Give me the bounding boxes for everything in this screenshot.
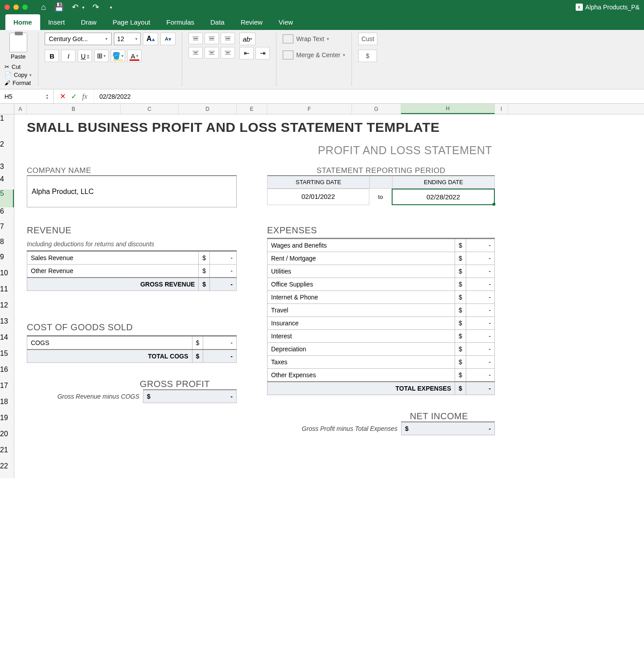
fx-icon[interactable]: fx	[82, 93, 88, 101]
qat-customize-icon[interactable]: ▾	[110, 5, 112, 10]
cell[interactable]: $	[455, 369, 466, 382]
row-header-19[interactable]: 19	[0, 414, 14, 430]
italic-button[interactable]: I	[61, 50, 75, 62]
cancel-icon[interactable]: ✕	[60, 92, 66, 101]
row-header-10[interactable]: 10	[0, 269, 14, 285]
sheet-content[interactable]: SMALL BUSINESS PROFIT AND LOSS STATEMENT…	[14, 114, 644, 478]
format-painter-button[interactable]: 🖌Format	[4, 80, 32, 86]
row-header-5[interactable]: 5	[0, 190, 14, 207]
col-header-h[interactable]: H	[401, 104, 495, 114]
cell[interactable]: Other Revenue	[27, 265, 199, 278]
undo-icon[interactable]: ↶	[72, 2, 79, 12]
align-left-button[interactable]	[188, 47, 203, 59]
cell[interactable]: Utilities	[268, 265, 455, 278]
align-center-button[interactable]	[205, 47, 219, 59]
name-box-spinners[interactable]: ▲▼	[46, 93, 49, 100]
tab-page-layout[interactable]: Page Layout	[105, 14, 158, 30]
cell[interactable]: -	[466, 239, 494, 252]
cell[interactable]: Interest	[268, 330, 455, 343]
row-header-17[interactable]: 17	[0, 382, 14, 398]
cell[interactable]: Internet & Phone	[268, 291, 455, 304]
ending-date-cell[interactable]: 02/28/2022	[392, 189, 495, 205]
company-name-cell[interactable]: Alpha Product, LLC	[27, 175, 237, 207]
paste-button[interactable]: Paste	[4, 33, 32, 60]
underline-button[interactable]: U▾	[78, 50, 92, 62]
tab-draw[interactable]: Draw	[73, 14, 105, 30]
row-header-22[interactable]: 22	[0, 462, 14, 478]
fullscreen-window-button[interactable]	[22, 4, 28, 10]
align-middle-button[interactable]	[205, 33, 219, 44]
tab-review[interactable]: Review	[233, 14, 271, 30]
currency-button[interactable]: $	[358, 50, 377, 62]
font-name-select[interactable]: Century Got...▾	[45, 33, 112, 45]
cell[interactable]: Other Expenses	[268, 369, 455, 382]
cell[interactable]: -	[466, 252, 494, 265]
starting-date-cell[interactable]: 02/01/2022	[267, 189, 369, 205]
undo-dropdown-icon[interactable]: ▾	[82, 5, 84, 10]
number-format-select[interactable]: Cust	[358, 33, 377, 45]
col-header-i[interactable]: I	[495, 104, 508, 114]
cell[interactable]: $	[455, 291, 466, 304]
increase-font-button[interactable]: A▴	[143, 33, 158, 45]
row-header-7[interactable]: 7	[0, 223, 14, 238]
font-size-select[interactable]: 12▾	[114, 33, 141, 45]
cell[interactable]: Travel	[268, 304, 455, 317]
align-bottom-button[interactable]	[221, 33, 235, 44]
row-header-11[interactable]: 11	[0, 285, 14, 301]
cell[interactable]: -	[466, 343, 494, 356]
decrease-indent-button[interactable]: ⇤	[239, 47, 254, 59]
row-header-4[interactable]: 4	[0, 175, 14, 190]
row-header-8[interactable]: 8	[0, 238, 14, 253]
align-top-button[interactable]	[188, 33, 203, 44]
cell[interactable]: Rent / Mortgage	[268, 252, 455, 265]
copy-dropdown-icon[interactable]: ▾	[29, 73, 32, 77]
row-header-1[interactable]: 1	[0, 114, 14, 140]
cell[interactable]: $	[199, 251, 210, 265]
cell[interactable]: $	[455, 252, 466, 265]
select-all-corner[interactable]	[0, 104, 14, 114]
tab-formulas[interactable]: Formulas	[158, 14, 202, 30]
tab-insert[interactable]: Insert	[40, 14, 73, 30]
cell[interactable]: $	[455, 356, 466, 369]
col-header-b[interactable]: B	[27, 104, 121, 114]
col-header-g[interactable]: G	[352, 104, 401, 114]
tab-data[interactable]: Data	[202, 14, 233, 30]
cell[interactable]: -	[210, 251, 237, 265]
align-right-button[interactable]	[221, 47, 235, 59]
cell[interactable]: Depreciation	[268, 343, 455, 356]
cell[interactable]: -	[466, 265, 494, 278]
cell[interactable]: $	[199, 265, 210, 278]
row-header-2[interactable]: 2	[0, 140, 14, 163]
cell[interactable]: Wages and Benefits	[268, 239, 455, 252]
cell[interactable]: -	[210, 265, 237, 278]
row-header-16[interactable]: 16	[0, 366, 14, 382]
border-button[interactable]: ⊞▾	[94, 50, 109, 62]
cell[interactable]: $	[455, 278, 466, 291]
col-header-d[interactable]: D	[179, 104, 237, 114]
cell[interactable]: $	[455, 317, 466, 330]
confirm-icon[interactable]: ✓	[71, 92, 77, 101]
cell[interactable]: -	[203, 336, 237, 350]
cell[interactable]: Taxes	[268, 356, 455, 369]
orientation-button[interactable]: ab▾	[239, 33, 255, 45]
font-color-button[interactable]: A▾	[127, 50, 142, 62]
row-header-12[interactable]: 12	[0, 301, 14, 317]
home-icon[interactable]: ⌂	[41, 3, 46, 12]
col-header-f[interactable]: F	[267, 104, 352, 114]
minimize-window-button[interactable]	[13, 4, 19, 10]
row-header-15[interactable]: 15	[0, 350, 14, 366]
cell[interactable]: -	[466, 304, 494, 317]
row-header-20[interactable]: 20	[0, 430, 14, 446]
merge-center-button[interactable]: Merge & Center▾	[283, 49, 345, 61]
cell[interactable]: $	[455, 239, 466, 252]
save-icon[interactable]: 💾	[54, 2, 64, 12]
row-header-13[interactable]: 13	[0, 317, 14, 333]
cell[interactable]: -	[466, 330, 494, 343]
row-header-21[interactable]: 21	[0, 446, 14, 462]
cell[interactable]: $	[192, 336, 203, 350]
row-header-3[interactable]: 3	[0, 163, 14, 175]
cell[interactable]: -	[466, 291, 494, 304]
row-header-6[interactable]: 6	[0, 207, 14, 223]
increase-indent-button[interactable]: ⇥	[255, 47, 270, 59]
cell[interactable]: -	[466, 356, 494, 369]
